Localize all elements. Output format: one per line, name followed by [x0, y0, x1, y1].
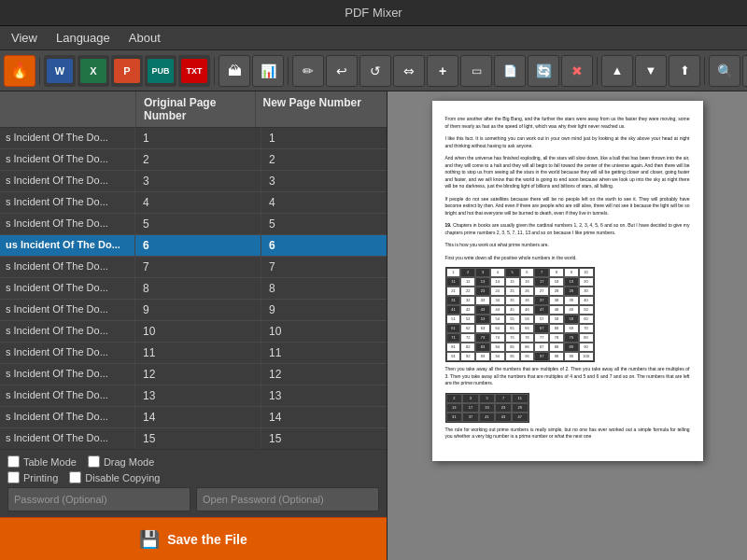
printing-checkbox[interactable] — [7, 471, 20, 483]
table-row[interactable]: s Incident Of The Do... 5 5 — [0, 214, 387, 235]
left-panel: Original Page Number New Page Number s I… — [0, 91, 388, 560]
table-row[interactable]: s Incident Of The Do... 10 10 — [0, 321, 387, 343]
pub-icon: PUB — [148, 59, 174, 83]
drag-mode-checkbox[interactable] — [88, 455, 100, 468]
box-button[interactable]: ▭ — [460, 55, 492, 87]
table-row[interactable]: s Incident Of The Do... 13 13 — [0, 385, 387, 407]
grid-cell: 92 — [460, 352, 475, 361]
edit-button[interactable]: ✏ — [292, 55, 324, 87]
zoom-out-button[interactable]: 🔍 — [742, 55, 747, 87]
pdf-para-4: If people do not see satellites because … — [445, 196, 690, 217]
grid-cell: 61 — [446, 324, 461, 333]
up-arrow-icon: ▲ — [612, 63, 624, 77]
menu-item-about[interactable]: About — [121, 29, 168, 47]
grid-cell: 70 — [579, 324, 594, 333]
title-bar: PDF Mixer — [0, 0, 747, 26]
convert-button[interactable]: 🔥 — [4, 55, 35, 87]
table-row[interactable]: s Incident Of The Do... 3 3 — [0, 171, 387, 192]
image-button[interactable]: 🏔 — [218, 55, 250, 87]
grid-cell: 52 — [460, 315, 475, 324]
undo-button[interactable]: ↩ — [326, 55, 358, 87]
delete-button[interactable]: ✖ — [561, 55, 593, 87]
table-cell-name: s Incident Of The Do... — [0, 192, 135, 213]
table-mode-checkbox[interactable] — [7, 455, 20, 468]
excel-button[interactable]: X — [78, 55, 109, 87]
page-button[interactable]: 📄 — [494, 55, 526, 87]
txt-icon: TXT — [181, 59, 207, 83]
top-button[interactable]: ⬆ — [669, 55, 700, 87]
prime-grid-cell: 17 — [462, 403, 479, 413]
grid-cell: 50 — [579, 305, 594, 315]
grid-cell: 35 — [505, 296, 520, 305]
drag-mode-checkbox-label[interactable]: Drag Mode — [88, 455, 154, 468]
table-row[interactable]: s Incident Of The Do... 9 9 — [0, 300, 387, 321]
grid-cell: 11 — [446, 277, 461, 287]
grid-cell: 30 — [579, 287, 594, 296]
menu-item-view[interactable]: View — [4, 29, 45, 47]
grid-cell: 47 — [534, 305, 549, 315]
disable-copying-checkbox[interactable] — [69, 471, 81, 483]
table-cell-name: s Incident Of The Do... — [0, 257, 135, 277]
password-input[interactable] — [7, 487, 190, 511]
grid-cell: 12 — [460, 277, 475, 287]
bottom-options: Table Mode Drag Mode Printing Disable Co… — [0, 449, 387, 517]
ppt-button[interactable]: P — [111, 55, 143, 87]
grid-cell: 80 — [579, 333, 594, 343]
prime-grid-cell: 29 — [512, 403, 529, 413]
table-row[interactable]: s Incident Of The Do... 12 12 — [0, 364, 387, 385]
move-button[interactable]: ⇔ — [393, 55, 425, 87]
grid-cell: 89 — [564, 343, 579, 352]
word-button[interactable]: W — [44, 55, 76, 87]
page-icon: 📄 — [503, 64, 517, 77]
table-cell-new: 9 — [261, 300, 387, 320]
open-password-input[interactable] — [196, 487, 379, 511]
table-cell-orig: 4 — [135, 192, 261, 213]
table-row[interactable]: s Incident Of The Do... 14 14 — [0, 407, 387, 428]
pdf-para-5: 19. Chapters in books are usually given … — [445, 222, 690, 236]
txt-button[interactable]: TXT — [178, 55, 210, 87]
grid-cell: 39 — [564, 296, 579, 305]
grid-cell: 43 — [475, 305, 490, 315]
down-arrow-button[interactable]: ▼ — [635, 55, 667, 87]
grid-cell: 75 — [505, 333, 520, 343]
prime-grid-cell: 43 — [495, 413, 512, 422]
table-row[interactable]: s Incident Of The Do... 11 11 — [0, 343, 387, 364]
table-cell-orig: 12 — [135, 364, 261, 385]
grid-cell: 33 — [475, 296, 490, 305]
table-cell-name: s Incident Of The Do... — [0, 214, 135, 234]
menu-item-language[interactable]: Language — [49, 29, 118, 47]
table-cell-orig: 14 — [135, 407, 261, 427]
printing-checkbox-label[interactable]: Printing — [7, 471, 58, 483]
pdf-grid-caption: Then you take away all the numbers that … — [445, 366, 690, 387]
chart-button[interactable]: 📊 — [252, 55, 284, 87]
table-row[interactable]: s Incident Of The Do... 8 8 — [0, 278, 387, 300]
table-row[interactable]: s Incident Of The Do... 15 15 — [0, 428, 387, 449]
toolbar-sep-2 — [214, 57, 215, 85]
grid-cell: 90 — [579, 343, 594, 352]
redo-button[interactable]: ↺ — [359, 55, 391, 87]
add-button[interactable]: + — [427, 55, 458, 87]
save-bar[interactable]: 💾 Save the File — [0, 517, 387, 560]
table-cell-new: 3 — [261, 171, 387, 191]
table-mode-label: Table Mode — [23, 456, 77, 468]
disable-copying-checkbox-label[interactable]: Disable Copying — [69, 471, 160, 483]
table-body[interactable]: s Incident Of The Do... 1 1 s Incident O… — [0, 128, 387, 449]
table-row[interactable]: s Incident Of The Do... 7 7 — [0, 257, 387, 278]
add-icon: + — [439, 63, 446, 78]
table-cell-orig: 13 — [135, 385, 261, 406]
up-arrow-button[interactable]: ▲ — [601, 55, 633, 87]
rotate-button[interactable]: 🔄 — [528, 55, 559, 87]
table-row[interactable]: us Incident Of The Do... 6 6 — [0, 235, 387, 257]
pub-button[interactable]: PUB — [145, 55, 176, 87]
prime-grid-cell: 19 — [479, 403, 496, 413]
table-cell-orig: 5 — [135, 214, 261, 234]
table-row[interactable]: s Incident Of The Do... 4 4 — [0, 192, 387, 214]
table-row[interactable]: s Incident Of The Do... 1 1 — [0, 128, 387, 149]
prime-grid-cell: 5 — [479, 394, 496, 403]
table-row[interactable]: s Incident Of The Do... 2 2 — [0, 149, 387, 171]
table-mode-checkbox-label[interactable]: Table Mode — [7, 455, 77, 468]
grid-cell: 54 — [490, 315, 505, 324]
table-cell-new: 1 — [261, 128, 387, 148]
table-cell-name: s Incident Of The Do... — [0, 149, 135, 170]
zoom-in-button[interactable]: 🔍 — [709, 55, 740, 87]
